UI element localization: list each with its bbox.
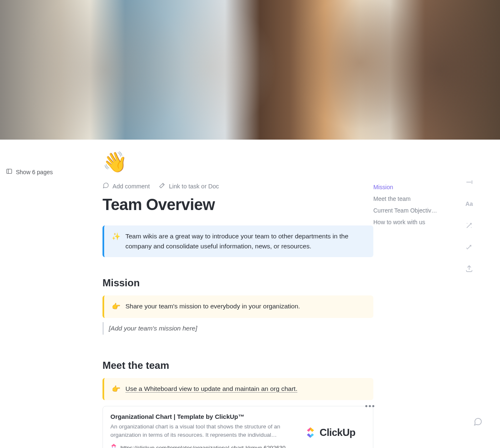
svg-rect-0 — [7, 169, 12, 174]
link-card-url: https://clickup.com/templates/organizati… — [120, 445, 285, 448]
svg-point-5 — [471, 227, 472, 228]
toc-item-0[interactable]: Mission — [373, 181, 438, 193]
link-card-desc: An organizational chart is a visual tool… — [110, 423, 286, 439]
wand-icon — [159, 182, 165, 190]
show-pages-label: Show 6 pages — [16, 169, 53, 175]
org-chart-link-card[interactable]: ••• Organizational Chart | Template by C… — [102, 406, 373, 448]
share-icon[interactable] — [464, 264, 474, 274]
add-comment-label: Add comment — [112, 183, 150, 190]
mission-callout: 👉 Share your team's mission to everybody… — [102, 295, 373, 318]
link-card-thumbnail: ClickUp — [295, 413, 365, 448]
add-comment-button[interactable]: Add comment — [102, 182, 150, 190]
show-pages-button[interactable]: Show 6 pages — [6, 168, 102, 176]
page-emoji[interactable]: 👋 — [102, 140, 373, 172]
point-right-icon: 👉 — [112, 384, 120, 395]
intro-callout-text: Team wikis are a great way to introduce … — [125, 231, 366, 251]
sparkles-icon: ✨ — [112, 231, 120, 251]
mission-heading: Mission — [102, 277, 373, 289]
mission-callout-text: Share your team's mission to everybody i… — [125, 301, 300, 312]
point-right-icon: 👉 — [112, 301, 120, 312]
floating-comment-button[interactable] — [473, 417, 483, 427]
table-of-contents: MissionMeet the teamCurrent Team Objecti… — [373, 140, 457, 448]
intro-callout: ✨ Team wikis are a great way to introduc… — [102, 225, 373, 257]
page-title: Team Overview — [102, 196, 373, 214]
card-menu-button[interactable]: ••• — [365, 402, 375, 411]
toc-item-3[interactable]: How to work with us — [373, 216, 438, 228]
meet-team-callout: 👉 Use a Whiteboard view to update and ma… — [102, 378, 373, 400]
settings-wand-icon[interactable] — [464, 242, 474, 252]
toc-item-2[interactable]: Current Team Objective… — [373, 205, 438, 216]
toc-item-1[interactable]: Meet the team — [373, 193, 438, 205]
clickup-favicon-icon — [110, 444, 117, 448]
link-card-title: Organizational Chart | Template by Click… — [110, 413, 286, 420]
typography-icon[interactable]: Aa — [464, 199, 474, 209]
clickup-wordmark: ClickUp — [320, 427, 355, 438]
ai-wand-icon[interactable] — [464, 220, 474, 230]
cover-image — [0, 0, 500, 140]
mission-placeholder[interactable]: [Add your team's mission here] — [102, 322, 373, 335]
meet-team-heading: Meet the team — [102, 360, 373, 371]
link-task-button[interactable]: Link to task or Doc — [159, 182, 219, 190]
collapse-icon[interactable] — [464, 177, 474, 187]
clickup-logo-icon — [305, 427, 316, 438]
sidebar-icon — [6, 168, 12, 176]
link-task-label: Link to task or Doc — [169, 183, 219, 190]
comment-icon — [102, 182, 109, 190]
meet-team-callout-link[interactable]: Use a Whiteboard view to update and main… — [125, 384, 298, 395]
svg-point-4 — [467, 223, 468, 224]
